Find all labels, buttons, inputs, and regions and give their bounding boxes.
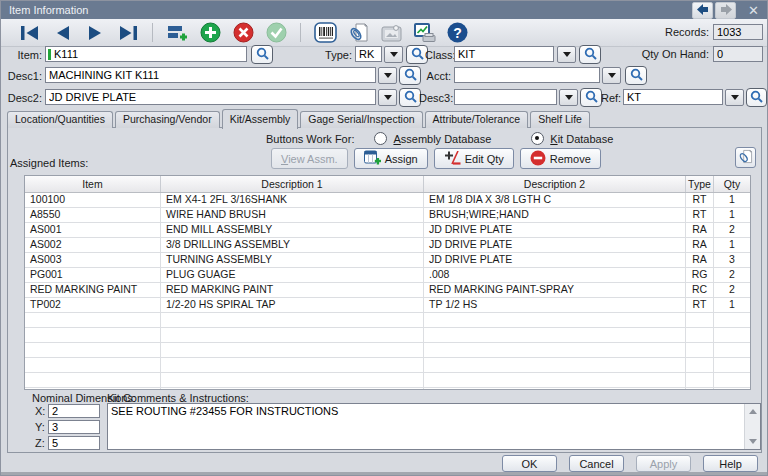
table-row[interactable]: 100100EM X4-1 2FL 3/16SHANKEM 1/8 DIA X …	[25, 193, 750, 208]
kit-action-buttons: View Assm. Assign Edit Qty Remove	[271, 148, 601, 169]
previous-record-icon[interactable]	[50, 22, 74, 44]
scroll-down-icon[interactable]	[749, 439, 757, 444]
table-row[interactable]: PG001PLUG GUAGE.008RG2	[25, 268, 750, 283]
search-icon	[404, 90, 417, 105]
forward-button[interactable]	[715, 2, 736, 19]
desc3-search-button[interactable]	[580, 88, 602, 107]
barcode-icon[interactable]	[313, 22, 337, 44]
delete-icon[interactable]	[231, 22, 255, 44]
table-row[interactable]: TP0021/2-20 HS SPIRAL TAPTP 1/2 HSRT1	[25, 298, 750, 313]
title-bar[interactable]: Item Information ✕	[1, 1, 767, 19]
column-header-type[interactable]: Type	[686, 176, 714, 192]
tab-kit-assembly[interactable]: Kit/Assembly	[222, 109, 299, 129]
forward-arrow-icon	[720, 4, 732, 17]
kit-database-radio-label[interactable]: Kit Database	[550, 133, 613, 145]
desc1-dropdown-button[interactable]	[378, 67, 397, 84]
class-label: Class:	[425, 47, 451, 63]
kit-comments-textarea[interactable]: SEE ROUTING #23455 FOR INSTRUCTIONS	[108, 404, 745, 449]
edit-qty-button[interactable]: Edit Qty	[434, 148, 514, 169]
class-dropdown-button[interactable]	[557, 46, 576, 63]
toolbar-separator	[152, 23, 153, 42]
ref-label: Ref:	[601, 90, 620, 106]
acct-label: Acct:	[419, 68, 451, 84]
acct-input[interactable]	[454, 67, 600, 83]
attachment-document-icon	[738, 149, 753, 166]
table-row[interactable]: AS001END MILL ASSEMBLYJD DRIVE PLATERA2	[25, 223, 750, 238]
desc2-input[interactable]	[45, 89, 376, 105]
column-header-description2[interactable]: Description 2	[424, 176, 686, 192]
tab-shelf-life[interactable]: Shelf Life	[530, 111, 590, 128]
table-row-empty	[25, 373, 750, 388]
assembly-database-radio-label[interactable]: Assembly Database	[393, 133, 491, 145]
dim-z-input[interactable]	[48, 436, 100, 450]
back-button[interactable]	[692, 2, 713, 19]
attachment-document-icon[interactable]	[346, 22, 370, 44]
desc2-dropdown-button[interactable]	[378, 89, 397, 106]
window-title: Item Information	[9, 4, 88, 16]
search-icon	[411, 47, 424, 62]
view-assm-button[interactable]: View Assm.	[271, 148, 348, 169]
table-row-empty	[25, 343, 750, 358]
kit-database-radio[interactable]	[531, 132, 544, 145]
tab-attribute-tolerance[interactable]: Attribute/Tolerance	[425, 111, 529, 128]
acct-dropdown-button[interactable]	[602, 67, 621, 84]
ref-dropdown-button[interactable]	[725, 89, 744, 106]
save-check-icon[interactable]	[264, 22, 288, 44]
ref-search-button[interactable]	[746, 88, 767, 107]
buttons-work-for-label: Buttons Work For:	[266, 133, 354, 145]
tab-purchasing-vendor[interactable]: Purchasing/Vendor	[115, 111, 220, 128]
next-record-icon[interactable]	[83, 22, 107, 44]
ref-input[interactable]	[623, 89, 723, 105]
close-icon[interactable]: ✕	[748, 3, 759, 18]
column-header-item[interactable]: Item	[25, 176, 161, 192]
type-dropdown-button[interactable]	[384, 46, 403, 63]
tab-strip: Location/Quantities Purchasing/Vendor Ki…	[7, 109, 592, 128]
scroll-up-icon[interactable]	[749, 409, 757, 414]
table-row[interactable]: AS0023/8 DRILLING ASSEMBLYJD DRIVE PLATE…	[25, 238, 750, 253]
item-information-window: Item Information ✕	[0, 0, 768, 476]
tab-gage-serial-inspection[interactable]: Gage Serial/Inspection	[300, 111, 422, 128]
dim-x-input[interactable]	[48, 404, 100, 418]
column-header-description1[interactable]: Description 1	[161, 176, 424, 192]
comments-scrollbar[interactable]	[744, 404, 760, 449]
acct-search-button[interactable]	[625, 66, 647, 85]
table-row-empty	[25, 388, 750, 390]
desc1-input[interactable]	[45, 67, 376, 83]
search-icon	[750, 90, 763, 105]
dim-y-input[interactable]	[48, 420, 100, 434]
table-row-empty	[25, 328, 750, 343]
help-button[interactable]: Help	[703, 455, 758, 472]
table-row[interactable]: RED MARKING PAINTRED MARKING PAINTRED MA…	[25, 283, 750, 298]
help-icon[interactable]: ?	[445, 22, 469, 44]
desc1-search-button[interactable]	[399, 66, 421, 85]
assigned-items-table[interactable]: Item Description 1 Description 2 Type Qt…	[24, 175, 751, 390]
table-row[interactable]: AS003TURNING ASSEMBLYJD DRIVE PLATERA3	[25, 253, 750, 268]
cancel-button[interactable]: Cancel	[569, 455, 624, 472]
apply-button[interactable]: Apply	[636, 455, 691, 472]
assembly-database-radio[interactable]	[374, 132, 387, 145]
ok-button[interactable]: OK	[502, 455, 557, 472]
desc2-search-button[interactable]	[399, 88, 421, 107]
add-record-icon[interactable]	[165, 22, 189, 44]
attachment-button[interactable]	[735, 147, 756, 168]
desc3-dropdown-button[interactable]	[559, 89, 578, 106]
assign-button[interactable]: Assign	[354, 148, 428, 169]
column-header-qty[interactable]: Qty	[714, 176, 750, 192]
remove-button[interactable]: Remove	[520, 148, 601, 169]
tab-location-quantities[interactable]: Location/Quantities	[7, 111, 113, 128]
item-search-button[interactable]	[251, 45, 273, 64]
type-input[interactable]	[355, 46, 382, 62]
print-chart-icon[interactable]	[412, 22, 436, 44]
assigned-items-label: Assigned Items:	[10, 155, 110, 171]
item-input[interactable]	[45, 46, 247, 62]
table-row[interactable]: A8550WIRE HAND BRUSHBRUSH;WIRE;HANDRT1	[25, 208, 750, 223]
class-input[interactable]	[454, 46, 554, 62]
plus-minus-edit-icon	[444, 151, 461, 167]
first-record-icon[interactable]	[17, 22, 41, 44]
class-search-button[interactable]	[579, 45, 601, 64]
image-icon[interactable]	[379, 22, 403, 44]
new-icon[interactable]	[198, 22, 222, 44]
desc3-input[interactable]	[454, 89, 557, 105]
search-icon	[404, 68, 417, 83]
last-record-icon[interactable]	[116, 22, 140, 44]
